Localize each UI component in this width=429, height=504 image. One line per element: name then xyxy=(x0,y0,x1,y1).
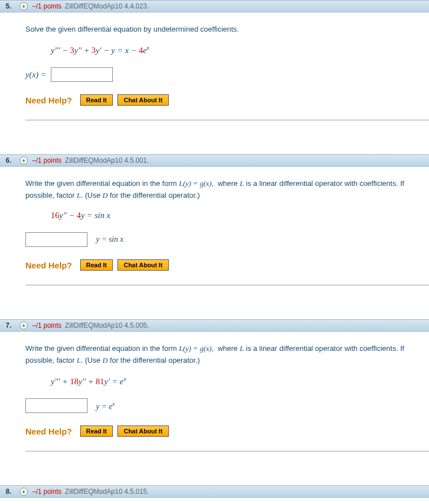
answer-row: y(x) = xyxy=(25,67,423,82)
answer-input[interactable] xyxy=(25,232,87,247)
chat-about-it-button[interactable]: Chat About It xyxy=(117,94,169,106)
chat-about-it-button[interactable]: Chat About It xyxy=(117,425,169,437)
question-header: 7.+–/1 pointsZillDiffEQModAp10 4.5.005. xyxy=(0,319,429,332)
need-help-label: Need Help? xyxy=(25,260,72,270)
question-block: 8.+–/1 pointsZillDiffEQModAp10 4.5.015.F… xyxy=(0,485,429,504)
read-it-button[interactable]: Read It xyxy=(80,425,113,437)
expand-icon[interactable]: + xyxy=(20,488,28,496)
equation: 16y'' − 4y = sin x xyxy=(51,210,423,221)
points-label: –/1 points xyxy=(32,157,62,164)
question-header: 5.+–/1 pointsZillDiffEQModAp10 4.4.023. xyxy=(0,0,429,12)
question-block: 6.+–/1 pointsZillDiffEQModAp10 4.5.001.W… xyxy=(0,154,429,285)
read-it-button[interactable]: Read It xyxy=(80,259,113,271)
question-reference: ZillDiffEQModAp10 4.4.023. xyxy=(65,2,149,10)
points-label: –/1 points xyxy=(32,2,62,10)
answer-row: y = ex xyxy=(25,398,423,413)
question-prompt: Write the given differential equation in… xyxy=(25,343,423,367)
question-block: 7.+–/1 pointsZillDiffEQModAp10 4.5.005.W… xyxy=(0,319,429,451)
question-body: Write the given differential equation in… xyxy=(25,332,429,451)
question-number: 7. xyxy=(6,321,20,329)
points-label: –/1 points xyxy=(32,488,62,496)
question-body: Solve the given differential equation by… xyxy=(25,12,429,120)
question-header: 8.+–/1 pointsZillDiffEQModAp10 4.5.015. xyxy=(0,485,429,498)
answer-row: y = sin x xyxy=(25,232,423,247)
question-header: 6.+–/1 pointsZillDiffEQModAp10 4.5.001. xyxy=(0,154,429,167)
question-number: 6. xyxy=(6,157,20,164)
question-reference: ZillDiffEQModAp10 4.5.001. xyxy=(65,157,149,164)
need-help-label: Need Help? xyxy=(25,427,72,436)
points-label: –/1 points xyxy=(32,321,62,329)
help-row: Need Help?Read ItChat About It xyxy=(25,259,423,271)
need-help-label: Need Help? xyxy=(25,95,72,105)
expand-icon[interactable]: + xyxy=(20,321,28,329)
question-prompt: Solve the given differential equation by… xyxy=(25,24,423,36)
answer-input[interactable] xyxy=(51,67,113,82)
answer-input[interactable] xyxy=(25,398,87,413)
read-it-button[interactable]: Read It xyxy=(80,94,113,106)
question-reference: ZillDiffEQModAp10 4.5.015. xyxy=(65,488,149,496)
question-reference: ZillDiffEQModAp10 4.5.005. xyxy=(65,321,149,329)
equation: y''' − 3y'' + 3y' − y = x − 4ex xyxy=(51,44,423,57)
equation: y''' + 18y'' + 81y' = ex xyxy=(51,375,423,388)
question-block: 5.+–/1 pointsZillDiffEQModAp10 4.4.023.S… xyxy=(0,0,429,120)
question-number: 5. xyxy=(6,2,20,10)
question-number: 8. xyxy=(6,488,20,496)
answer-suffix: y = ex xyxy=(96,401,115,411)
answer-prefix: y(x) = xyxy=(25,70,46,80)
question-body: Find a linear differential operator that… xyxy=(25,498,429,504)
question-body: Write the given differential equation in… xyxy=(25,167,429,285)
help-row: Need Help?Read ItChat About It xyxy=(25,94,423,106)
question-prompt: Write the given differential equation in… xyxy=(25,178,423,202)
help-row: Need Help?Read ItChat About It xyxy=(25,425,423,437)
answer-suffix: y = sin x xyxy=(96,235,124,244)
expand-icon[interactable]: + xyxy=(20,157,28,164)
expand-icon[interactable]: + xyxy=(20,2,28,10)
chat-about-it-button[interactable]: Chat About It xyxy=(117,259,169,271)
